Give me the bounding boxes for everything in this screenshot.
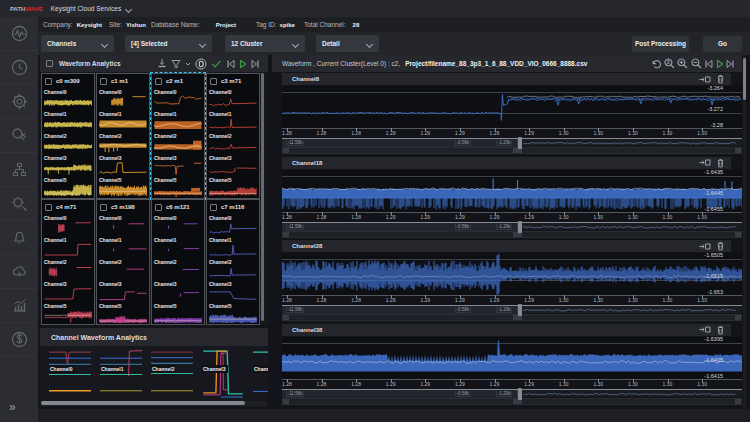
app-title[interactable]: Keysight Cloud Services xyxy=(51,5,121,12)
chevron-down-icon[interactable] xyxy=(126,6,132,12)
cluster-channel-thumb[interactable]: Channel2 xyxy=(152,258,204,280)
channel-thumb-0[interactable]: Channel0 xyxy=(49,348,91,399)
navigator-strip[interactable]: -11.58k-0.58k-1.29k xyxy=(282,389,742,397)
cluster-column-c7[interactable]: c7 m116Channel0Channel1Channel2Channel3C… xyxy=(206,199,260,325)
sidebar-item-gear-run[interactable] xyxy=(0,85,38,119)
check-icon[interactable] xyxy=(211,58,222,69)
skip-start-icon[interactable] xyxy=(704,59,713,69)
cluster-column-c6[interactable]: c6 m121Channel0Channel1Channel2Channel3C… xyxy=(151,199,205,325)
select-all-checkbox[interactable] xyxy=(46,60,53,67)
clock-icon[interactable] xyxy=(11,59,28,76)
navigator-strip[interactable]: -11.58k-0.58k-1.29k xyxy=(282,222,742,230)
cluster-channel-thumb[interactable]: Channel1 xyxy=(97,236,149,258)
cluster-channel-thumb[interactable]: Channel2 xyxy=(152,132,204,154)
dropdown-12-cluster[interactable]: 12 Cluster xyxy=(225,35,305,52)
channel-thumb-3[interactable]: Channel3 xyxy=(202,348,244,399)
export-icon[interactable] xyxy=(699,242,711,251)
trash-icon[interactable] xyxy=(716,158,725,168)
horizontal-scrollbar[interactable] xyxy=(282,231,742,238)
cluster-channel-thumb[interactable]: Channel1 xyxy=(42,236,94,258)
waveform-plot[interactable]: -1.6435-1.6445-1.6455 xyxy=(282,170,742,213)
scrollbar-left-arrow[interactable] xyxy=(283,232,289,237)
sidebar-item-dollar[interactable] xyxy=(0,323,38,357)
cluster-checkbox[interactable] xyxy=(45,204,52,211)
cluster-channel-thumb[interactable]: Channel3 xyxy=(152,154,204,176)
cluster-channel-thumb[interactable]: Channel5 xyxy=(42,302,94,324)
trash-icon[interactable] xyxy=(716,325,725,335)
cluster-channel-thumb[interactable]: Channel5 xyxy=(97,176,149,198)
wrench-search-icon[interactable] xyxy=(11,127,28,144)
sidebar-item-wrench-search[interactable] xyxy=(0,119,38,153)
sidebar-expand-button[interactable]: » xyxy=(0,400,38,414)
cluster-checkbox[interactable] xyxy=(155,78,162,85)
cluster-channel-thumb[interactable]: Channel2 xyxy=(42,132,94,154)
dropdown-channels[interactable]: Channels xyxy=(41,35,114,52)
go-button[interactable]: Go xyxy=(703,36,742,52)
waveform-plot[interactable]: -1.6395-1.6405-1.6415 xyxy=(282,337,742,380)
sidebar-item-waveform-monitor[interactable] xyxy=(0,17,38,51)
cluster-channel-thumb[interactable]: Channel5 xyxy=(97,302,149,324)
zoom-box-icon[interactable]: 2 xyxy=(664,58,675,69)
scrollbar-thumb[interactable] xyxy=(261,73,264,321)
cluster-channel-thumb[interactable]: Channel5 xyxy=(207,176,259,198)
cluster-checkbox[interactable] xyxy=(210,204,217,211)
cluster-channel-thumb[interactable]: Channel0 xyxy=(207,88,259,110)
cluster-channel-thumb[interactable]: Channel0 xyxy=(97,214,149,236)
cluster-channel-thumb[interactable]: Channel2 xyxy=(97,132,149,154)
cluster-checkbox[interactable] xyxy=(45,78,52,85)
skip-end-icon[interactable] xyxy=(726,59,735,69)
cluster-checkbox[interactable] xyxy=(210,78,217,85)
scrollbar-thumb[interactable] xyxy=(743,58,746,100)
cluster-channel-thumb[interactable]: Channel1 xyxy=(207,236,259,258)
navigator-handle[interactable] xyxy=(518,304,522,316)
navigator-strip[interactable]: -11.58k-0.58k-1.29k xyxy=(282,305,742,313)
waveform-monitor-icon[interactable] xyxy=(11,25,28,42)
scrollbar-right-arrow[interactable] xyxy=(735,148,741,153)
download-icon[interactable] xyxy=(157,58,167,69)
zoom-in-icon[interactable] xyxy=(677,58,688,69)
cluster-checkbox[interactable] xyxy=(100,204,107,211)
cluster-channel-thumb[interactable]: Channel5 xyxy=(42,176,94,198)
cluster-checkbox[interactable] xyxy=(100,78,107,85)
cluster-column-c4[interactable]: c4 m71Channel0Channel1Channel2Channel3Ch… xyxy=(41,199,95,325)
cluster-channel-thumb[interactable]: Channel3 xyxy=(152,280,204,302)
gear-run-icon[interactable] xyxy=(11,93,28,110)
cluster-channel-thumb[interactable]: Channel2 xyxy=(207,132,259,154)
cluster-channel-thumb[interactable]: Channel2 xyxy=(207,258,259,280)
circle-d-icon[interactable] xyxy=(195,58,207,70)
cluster-column-c5[interactable]: c5 m198Channel0Channel1Channel2Channel3C… xyxy=(96,199,150,325)
hierarchy-icon[interactable] xyxy=(11,161,28,178)
play-icon[interactable] xyxy=(716,59,724,69)
channel-scrollbar[interactable] xyxy=(41,401,267,406)
cluster-column-c2[interactable]: c2 m1Channel0Channel1Channel2Channel3Cha… xyxy=(151,73,205,199)
filter-icon[interactable] xyxy=(171,59,181,69)
scrollbar-right-arrow[interactable] xyxy=(735,315,741,320)
navigator-strip[interactable]: -11.58k-0.58k-1.29k xyxy=(282,138,742,146)
cluster-channel-thumb[interactable]: Channel0 xyxy=(42,88,94,110)
analytics-icon[interactable] xyxy=(11,297,28,314)
cluster-channel-thumb[interactable]: Channel1 xyxy=(42,110,94,132)
cluster-channel-thumb[interactable]: Channel0 xyxy=(152,88,204,110)
sidebar-item-gear-search[interactable] xyxy=(0,187,38,221)
dropdown--4-selected[interactable]: [4] Selected xyxy=(125,35,212,52)
scrollbar-left-arrow[interactable] xyxy=(283,399,289,404)
scrollbar-left-arrow[interactable] xyxy=(283,148,289,153)
sidebar-item-hierarchy[interactable] xyxy=(0,153,38,187)
sidebar-item-clock[interactable] xyxy=(0,51,38,85)
sidebar-item-analytics[interactable] xyxy=(0,289,38,323)
filter-caret-icon[interactable] xyxy=(185,59,191,69)
channel-thumb-4[interactable]: Channel5 xyxy=(253,348,268,399)
export-icon[interactable] xyxy=(699,158,711,167)
cluster-channel-thumb[interactable]: Channel0 xyxy=(152,214,204,236)
scrollbar-left-arrow[interactable] xyxy=(283,315,289,320)
cluster-channel-thumb[interactable]: Channel3 xyxy=(207,154,259,176)
skip-start-icon[interactable] xyxy=(226,59,235,69)
cluster-channel-thumb[interactable]: Channel0 xyxy=(42,214,94,236)
horizontal-scrollbar[interactable] xyxy=(282,147,742,154)
trash-icon[interactable] xyxy=(716,241,725,251)
undo-icon[interactable] xyxy=(651,59,661,69)
cluster-channel-thumb[interactable]: Channel1 xyxy=(207,110,259,132)
channel-thumb-2[interactable]: Channel2 xyxy=(151,348,193,399)
waveform-plot[interactable]: -1.6505-1.6515-1.653 xyxy=(282,253,742,296)
cluster-channel-thumb[interactable]: Channel3 xyxy=(207,280,259,302)
